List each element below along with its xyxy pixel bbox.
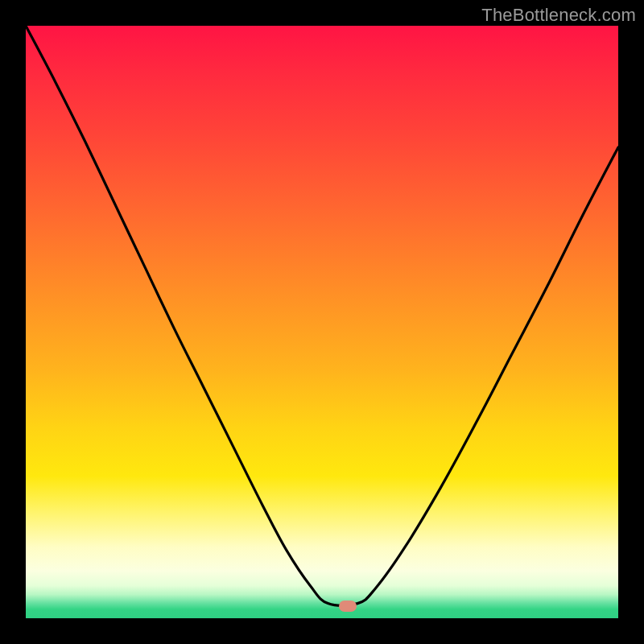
trough-marker xyxy=(339,601,357,612)
curve-path xyxy=(26,26,618,605)
chart-frame: TheBottleneck.com xyxy=(0,0,644,644)
plot-area xyxy=(26,26,618,618)
bottleneck-curve xyxy=(26,26,618,618)
watermark-text: TheBottleneck.com xyxy=(481,5,636,26)
